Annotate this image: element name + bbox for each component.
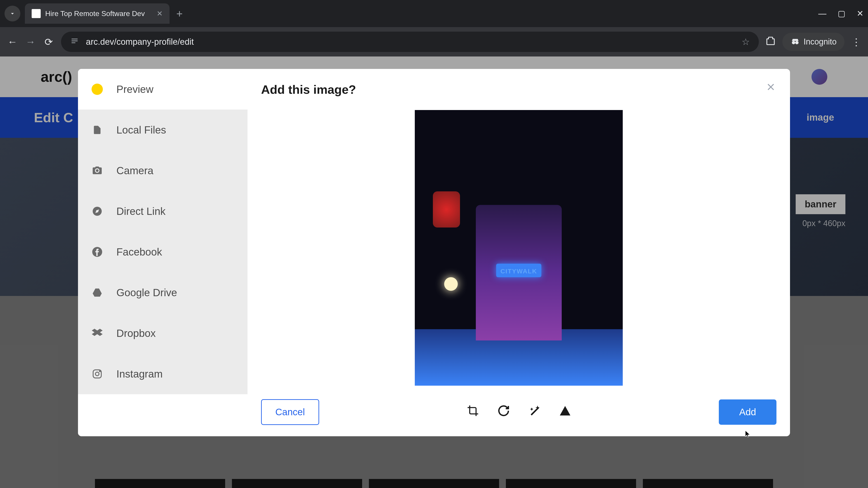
close-window-button[interactable]: ✕ [857, 9, 864, 18]
sidebar-item-label: Instagram [116, 368, 163, 380]
sidebar-item-label: Google Drive [116, 287, 177, 299]
modal-title: Add this image? [261, 83, 776, 96]
tab-title: Hire Top Remote Software Dev [45, 9, 152, 18]
minimize-button[interactable]: — [818, 9, 827, 18]
close-icon [765, 81, 776, 93]
chevron-down-icon [9, 10, 16, 17]
sidebar-item-preview[interactable]: Preview [78, 69, 248, 109]
sidebar-item-label: Dropbox [116, 327, 156, 339]
sidebar-item-facebook[interactable]: Facebook [78, 232, 248, 272]
enhance-button[interactable] [528, 404, 541, 420]
browser-menu-button[interactable]: ⋮ [851, 36, 861, 48]
forward-button[interactable]: → [25, 36, 36, 47]
reload-button[interactable]: ⟳ [43, 36, 54, 48]
facebook-icon [92, 246, 103, 258]
sidebar-item-local-files[interactable]: Local Files [78, 109, 248, 150]
sidebar-item-label: Facebook [116, 246, 162, 258]
modal-main: Add this image? CITYWALK Cancel [248, 69, 790, 436]
edit-tools [467, 404, 571, 420]
modal-overlay: Preview Local Files Camera Direct Link [0, 57, 868, 488]
cancel-button[interactable]: Cancel [261, 399, 319, 425]
sidebar-item-dropbox[interactable]: Dropbox [78, 313, 248, 354]
incognito-icon [790, 37, 800, 47]
address-bar[interactable]: arc.dev/company-profile/edit ☆ [61, 32, 759, 52]
rotate-icon [497, 404, 510, 417]
crop-button[interactable] [467, 404, 479, 420]
incognito-label: Incognito [804, 37, 837, 46]
sidebar-item-direct-link[interactable]: Direct Link [78, 191, 248, 232]
sidebar-item-google-drive[interactable]: Google Drive [78, 272, 248, 313]
maximize-button[interactable]: ▢ [838, 9, 845, 18]
url-text: arc.dev/company-profile/edit [86, 37, 735, 47]
upload-modal: Preview Local Files Camera Direct Link [78, 69, 790, 436]
sidebar-item-instagram[interactable]: Instagram [78, 354, 248, 394]
image-preview-area: CITYWALK [261, 96, 776, 399]
browser-tab[interactable]: Hire Top Remote Software Dev ✕ [25, 3, 169, 24]
gdrive-icon [92, 287, 103, 298]
instagram-icon [92, 368, 103, 380]
toolbar: ← → ⟳ arc.dev/company-profile/edit ☆ Inc… [0, 27, 868, 57]
modal-footer: Cancel Add [261, 399, 776, 425]
compass-icon [92, 205, 103, 217]
svg-point-0 [792, 41, 795, 44]
sharpen-button[interactable] [559, 404, 571, 420]
file-icon [92, 124, 103, 135]
triangle-icon [559, 404, 571, 417]
back-button[interactable]: ← [7, 36, 18, 47]
uploaded-image-preview: CITYWALK [415, 110, 623, 386]
dropbox-icon [92, 328, 103, 339]
sidebar-item-label: Preview [116, 83, 153, 95]
svg-point-1 [795, 41, 799, 44]
svg-point-6 [99, 371, 100, 372]
sidebar-item-label: Camera [116, 164, 153, 177]
sidebar-item-camera[interactable]: Camera [78, 150, 248, 191]
window-controls: — ▢ ✕ [818, 9, 864, 18]
tab-close-button[interactable]: ✕ [157, 9, 163, 18]
close-button[interactable] [765, 80, 776, 96]
browser-chrome: Hire Top Remote Software Dev ✕ + — ▢ ✕ ←… [0, 0, 868, 57]
camera-icon [92, 165, 103, 176]
magic-wand-icon [528, 404, 541, 417]
rotate-button[interactable] [497, 404, 510, 420]
upload-source-sidebar: Preview Local Files Camera Direct Link [78, 69, 248, 436]
tab-bar: Hire Top Remote Software Dev ✕ + — ▢ ✕ [0, 0, 868, 27]
extensions-icon[interactable] [766, 36, 776, 48]
svg-point-5 [95, 372, 99, 376]
crop-icon [467, 404, 479, 417]
sidebar-item-label: Direct Link [116, 205, 165, 217]
sidebar-item-label: Local Files [116, 124, 166, 136]
add-button[interactable]: Add [719, 399, 776, 425]
tab-favicon-icon [32, 9, 41, 18]
new-tab-button[interactable]: + [176, 7, 183, 20]
site-settings-icon[interactable] [70, 36, 79, 47]
bookmark-icon[interactable]: ☆ [742, 37, 750, 47]
tab-search-button[interactable] [4, 6, 20, 22]
incognito-badge[interactable]: Incognito [782, 33, 844, 51]
preview-icon [92, 84, 103, 95]
